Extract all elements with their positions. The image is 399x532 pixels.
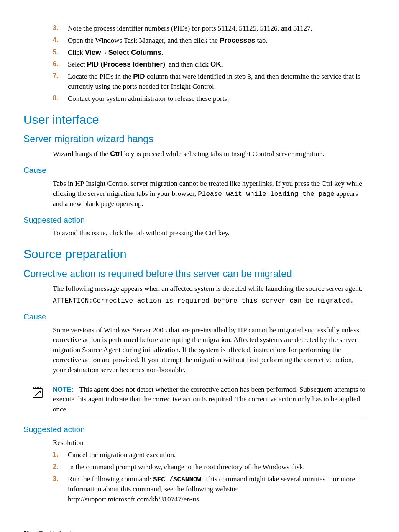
step-item: 5. Click View→Select Columns. <box>53 48 367 58</box>
heading-source-preparation: Source preparation <box>23 246 376 263</box>
step-number: 8. <box>53 94 68 104</box>
step-item: 4. Open the Windows Task Manager, and th… <box>53 36 367 46</box>
step-number: 3. <box>53 23 68 33</box>
footer-title: Troubleshooting <box>39 530 77 532</box>
step-text: Cancel the migration agent execution. <box>68 450 367 460</box>
step-text: Contact your system administrator to rel… <box>68 94 367 104</box>
step-number: 6. <box>53 59 68 69</box>
step-number: 4. <box>53 36 68 46</box>
heading-cause-2: Cause <box>23 311 376 323</box>
step-item: 2. In the command prompt window, change … <box>53 462 367 472</box>
step-text: Locate the PIDs in the PID column that w… <box>68 72 367 92</box>
step-text: Open the Windows Task Manager, and then … <box>68 36 367 46</box>
step-item: 3. Note the process identifier numbers (… <box>53 23 367 33</box>
corrective-intro: The following message appears when an af… <box>53 284 367 294</box>
page-number: 58 <box>23 529 29 532</box>
step-number: 5. <box>53 48 68 58</box>
step-number: 1. <box>53 450 68 460</box>
step-text: Click View→Select Columns. <box>68 48 367 58</box>
suggested-text-1: To avoid this issue, click the tab witho… <box>53 228 367 238</box>
heading-suggested-action-2: Suggested action <box>23 424 376 435</box>
note-box: NOTE:This agent does not detect whether … <box>53 381 367 418</box>
step-text: In the command prompt window, change to … <box>68 462 367 472</box>
top-steps-list: 3. Note the process identifier numbers (… <box>53 23 367 104</box>
heading-user-interface: User interface <box>23 111 376 129</box>
page-footer: 58 Troubleshooting <box>23 529 376 532</box>
step-item: 7. Locate the PIDs in the PID column tha… <box>53 72 367 92</box>
note-icon <box>32 385 53 414</box>
wizard-intro: Wizard hangs if the Ctrl key is pressed … <box>53 149 367 159</box>
step-item: 1. Cancel the migration agent execution. <box>53 450 367 460</box>
note-content: NOTE:This agent does not detect whether … <box>53 385 367 414</box>
corrective-message: ATTENTION:Corrective action is required … <box>53 296 367 306</box>
bottom-steps-list: 1. Cancel the migration agent execution.… <box>53 450 367 504</box>
step-text: Run the following command: SFC /SCANNOW.… <box>68 474 367 504</box>
resolution-label: Resolution <box>53 438 367 448</box>
support-url-link[interactable]: http://support.microsoft.com/kb/310747/e… <box>68 495 199 503</box>
heading-wizard-hangs: Server migration wizard hangs <box>23 132 376 146</box>
cause-text-2: Some versions of Windows Server 2003 tha… <box>53 325 367 375</box>
note-label: NOTE: <box>53 386 74 393</box>
heading-corrective-action: Corrective action is required before thi… <box>23 267 376 280</box>
step-number: 2. <box>53 462 68 472</box>
step-text: Note the process identifier numbers (PID… <box>68 23 367 33</box>
step-item: 8. Contact your system administrator to … <box>53 94 367 104</box>
step-item: 6. Select PID (Process Identifier), and … <box>53 59 367 69</box>
heading-suggested-action: Suggested action <box>23 215 376 226</box>
step-item: 3. Run the following command: SFC /SCANN… <box>53 474 367 504</box>
cause-text-1: Tabs in HP Insight Control server migrat… <box>53 179 367 209</box>
step-number: 3. <box>53 474 68 504</box>
step-text: Select PID (Process Identifier), and the… <box>68 59 367 69</box>
step-number: 7. <box>53 72 68 92</box>
heading-cause: Cause <box>23 165 376 176</box>
